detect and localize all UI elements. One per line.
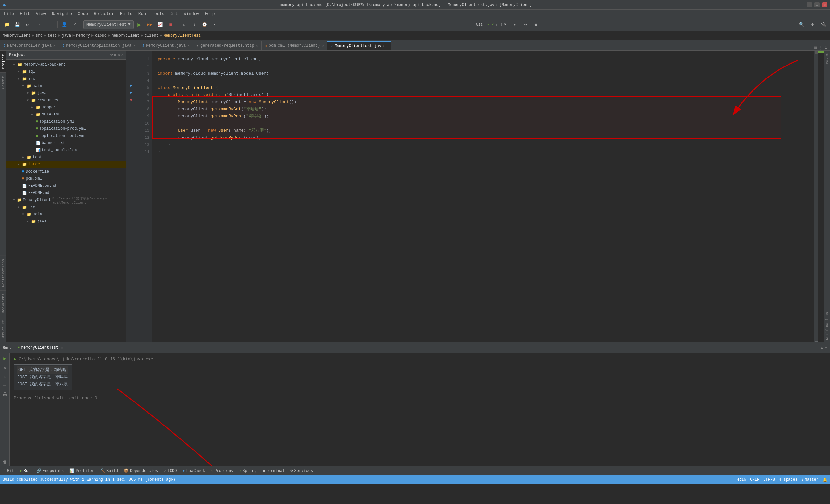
run-play-btn[interactable]: ▶ xyxy=(1,355,8,362)
search-everywhere-btn[interactable]: 🔍 xyxy=(797,20,806,29)
breadcrumb-src[interactable]: src xyxy=(36,33,43,38)
toolbar-user-btn[interactable]: 👤 xyxy=(60,20,69,29)
gutter-6[interactable]: ▶ xyxy=(126,89,136,96)
tab-namecontroller[interactable]: J NameController.java ✕ xyxy=(0,41,59,50)
tree-item-applicationyml[interactable]: ■ application.yml xyxy=(6,118,126,125)
redo-btn[interactable]: ↪ xyxy=(521,20,530,29)
menu-view[interactable]: View xyxy=(33,11,48,17)
breadcrumb-cloud[interactable]: cloud xyxy=(95,33,107,38)
run-gutter-icon-6[interactable]: ▶ xyxy=(130,90,132,95)
breadcrumb-memoryclient2[interactable]: memoryclient xyxy=(111,33,139,38)
run-rerun-btn[interactable]: ↻ xyxy=(1,364,8,371)
bottom-tool-todo[interactable]: ☑ TODO xyxy=(161,467,179,475)
status-position[interactable]: 4:16 xyxy=(737,477,746,482)
breadcrumb-test[interactable]: test xyxy=(47,33,57,38)
bottom-tool-run[interactable]: ▶ Run xyxy=(18,467,33,475)
tab-pomxml[interactable]: m pom.xml (MemoryClient) ✕ xyxy=(262,41,327,50)
tab-memoryclienttest[interactable]: J MemoryClientTest.java ✕ xyxy=(327,41,391,50)
tab-settings-btn[interactable]: ⚙ xyxy=(825,45,827,50)
reformat-btn[interactable]: ⚒ xyxy=(532,20,540,29)
tree-item-apptestyml[interactable]: ■ application-test.yml xyxy=(6,132,126,139)
bottom-tool-build[interactable]: 🔨 Build xyxy=(98,467,121,475)
breadcrumb-memory[interactable]: memory xyxy=(76,33,90,38)
run-tool-minimize[interactable]: − xyxy=(825,345,827,350)
tab-memoryclientapp[interactable]: J MemoryClientApplication.java ✕ xyxy=(59,41,139,50)
tab-close-namecontroller[interactable]: ✕ xyxy=(54,44,56,48)
tab-close-memoryclientapp[interactable]: ✕ xyxy=(134,44,135,48)
panel-close-icon[interactable]: ✕ xyxy=(121,53,124,57)
git-update-btn[interactable]: ⇫ xyxy=(179,20,188,29)
panel-collapse-icon[interactable]: ⇅ xyxy=(118,53,120,57)
bottom-tool-luacheck[interactable]: ● LuaCheck xyxy=(180,467,208,475)
git-push-btn[interactable]: ⇪ xyxy=(190,20,199,29)
tab-close-test[interactable]: ✕ xyxy=(385,44,387,48)
toolbar-save-btn[interactable]: 💾 xyxy=(12,20,22,29)
toolbar-sync-btn[interactable]: ↻ xyxy=(23,20,32,29)
tree-item-resources[interactable]: ▼ 📁 resources xyxy=(6,97,126,104)
gutter-5[interactable]: ▶ xyxy=(126,82,136,89)
status-charset[interactable]: UTF-8 xyxy=(763,477,775,482)
menu-build[interactable]: Build xyxy=(117,11,135,17)
toolbar-open-btn[interactable]: 📁 xyxy=(2,20,11,29)
left-tab-bookmarks[interactable]: Bookmarks xyxy=(0,290,6,316)
bottom-tool-endpoints[interactable]: 🔗 Endpoints xyxy=(34,467,66,475)
breakpoint-icon[interactable]: ● xyxy=(130,97,132,102)
panel-gear-icon[interactable]: ⚙ xyxy=(110,53,113,57)
tree-item-bannertxt[interactable]: 📄 banner.txt xyxy=(6,139,126,147)
tree-item-dockerfile[interactable]: ■ Dockerfile xyxy=(6,168,126,175)
plugins-btn[interactable]: 🔌 xyxy=(819,20,828,29)
run-tab-active[interactable]: ■ MemoryClientTest ✕ xyxy=(14,344,66,352)
code-editor[interactable]: package memory.cloud.memoryclient.client… xyxy=(152,51,814,343)
menu-code[interactable]: Code xyxy=(75,11,91,17)
breadcrumb-file[interactable]: MemoryClientTest xyxy=(163,33,201,38)
tree-item-readme-en[interactable]: 📄 README.en.md xyxy=(6,182,126,189)
status-notifications-icon[interactable]: 🔔 xyxy=(823,477,827,482)
tab-close-generated[interactable]: ✕ xyxy=(256,44,258,48)
stop-btn[interactable]: ■ xyxy=(166,20,175,29)
left-tab-commit[interactable]: Commit xyxy=(0,72,6,92)
menu-edit[interactable]: Edit xyxy=(17,11,32,17)
bottom-tool-dependencies[interactable]: 📦 Dependencies xyxy=(121,467,160,475)
run-print-btn[interactable]: 🖶 xyxy=(1,391,8,398)
tab-memoryclient[interactable]: J MemoryClient.java ✕ xyxy=(139,41,193,50)
tree-item-java2[interactable]: ▼ 📁 java xyxy=(6,218,126,225)
left-tab-notifications[interactable]: Notifications xyxy=(0,256,6,290)
menu-run[interactable]: Run xyxy=(136,11,149,17)
tree-item-metainf[interactable]: ► 📁 META-INF xyxy=(6,111,126,118)
settings-btn[interactable]: ⚙ xyxy=(808,20,817,29)
bottom-tool-terminal[interactable]: ■ Terminal xyxy=(260,467,287,475)
bottom-tool-spring[interactable]: ✦ Spring xyxy=(236,467,259,475)
window-controls[interactable]: ― □ ✕ xyxy=(807,2,827,7)
tree-item-memoryclient[interactable]: ▼ 📁 memory-api-backend xyxy=(6,61,126,68)
bottom-tool-problems[interactable]: ⚠ Problems xyxy=(208,467,236,475)
menu-help[interactable]: Help xyxy=(202,11,217,17)
git-revert-btn[interactable]: ↶ xyxy=(211,20,220,29)
toolbar-forward-btn[interactable]: → xyxy=(46,20,56,29)
run-tab-close[interactable]: ✕ xyxy=(61,346,63,350)
toolbar-vcs-btn[interactable]: ✓ xyxy=(70,20,79,29)
right-tab-notifications[interactable]: Notifications xyxy=(825,309,830,343)
tree-item-test[interactable]: ► 📁 test xyxy=(6,154,126,161)
menu-refactor[interactable]: Refactor xyxy=(91,11,117,17)
tab-close-pom[interactable]: ✕ xyxy=(322,44,324,48)
tree-item-mapper[interactable]: ► 📁 mapper xyxy=(6,104,126,111)
left-tab-structure[interactable]: Structure xyxy=(0,317,6,343)
maximize-button[interactable]: □ xyxy=(815,2,820,7)
run-button[interactable]: ▶ xyxy=(135,20,144,29)
tree-item-src[interactable]: ▼ 📁 src xyxy=(6,75,126,83)
menu-navigate[interactable]: Navigate xyxy=(49,11,74,17)
bottom-tool-profiler[interactable]: 📊 Profiler xyxy=(67,467,97,475)
status-indent[interactable]: 4 spaces xyxy=(779,477,798,482)
left-tab-project[interactable]: Project xyxy=(0,51,6,72)
run-filter-btn[interactable]: ☰ xyxy=(1,382,8,389)
run-tool-settings[interactable]: ⚙ xyxy=(821,345,823,350)
minimize-button[interactable]: ― xyxy=(807,2,812,7)
tree-item-java[interactable]: ▼ 📁 java xyxy=(6,90,126,97)
tree-item-src2[interactable]: ▼ 📁 src xyxy=(6,204,126,211)
tree-item-target[interactable]: ► 📁 target xyxy=(6,161,126,168)
editor-scrollbar[interactable] xyxy=(814,51,818,343)
menu-file[interactable]: File xyxy=(1,11,17,17)
run-trash-btn[interactable]: 🗑 xyxy=(1,459,8,466)
status-crlf[interactable]: CRLF xyxy=(750,477,759,482)
tab-more-btn[interactable]: ⋮ xyxy=(819,45,823,50)
